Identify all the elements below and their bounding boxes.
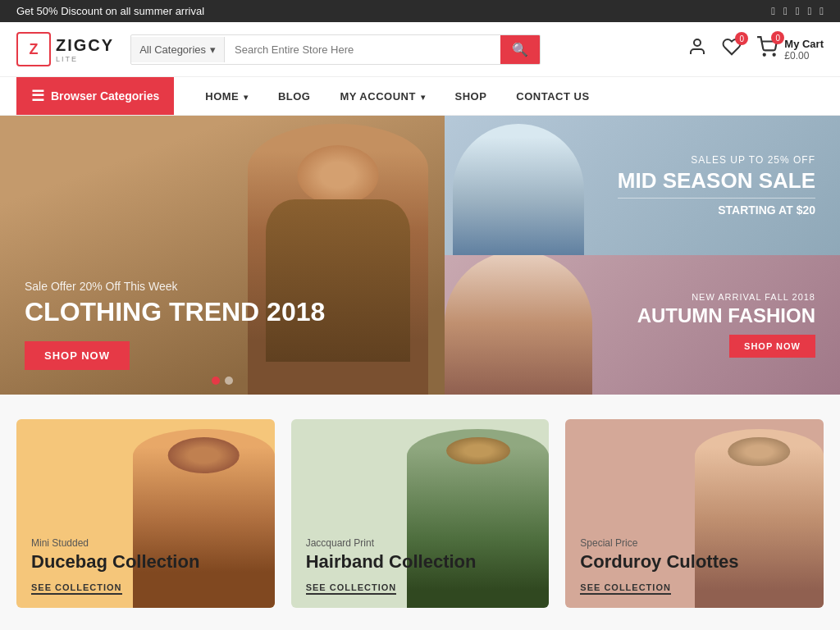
product-2-sub: Jaccquard Print [306, 537, 477, 549]
nav-item-shop[interactable]: SHOP [440, 79, 501, 114]
svg-point-1 [764, 54, 765, 56]
wishlist-icon-btn[interactable]: 0 [722, 37, 742, 62]
nav-link-blog[interactable]: BLOG [263, 79, 326, 114]
product-card-corduroy: Special Price Corduroy Culottes SEE COLL… [565, 419, 824, 608]
cart-button[interactable]: 0 My Cart £0.00 [756, 36, 824, 62]
instagram-icon[interactable]:  [819, 5, 824, 17]
product-card-hairband: Jaccquard Print Hairband Collection SEE … [291, 419, 550, 608]
hero-left-title: CLOTHING TREND 2018 [25, 298, 325, 326]
product-card-1-content: Mini Studded Ducebag Collection SEE COLL… [16, 523, 214, 608]
hero-right-bottom: NEW ARRIVAL FALL 2018 AUTUMN FASHION SHO… [445, 255, 840, 395]
hero-left-content: Sale Offer 20% Off This Week CLOTHING TR… [25, 280, 325, 370]
pinterest-icon[interactable]:  [808, 5, 812, 17]
svg-point-2 [774, 54, 775, 56]
products-grid: Mini Studded Ducebag Collection SEE COLL… [16, 419, 824, 608]
product-3-sub: Special Price [580, 537, 738, 549]
product-card-3-content: Special Price Corduroy Culottes SEE COLL… [565, 523, 753, 608]
cart-badge: 0 [771, 31, 784, 44]
product-1-cta[interactable]: SEE COLLECTION [31, 582, 122, 595]
hero-right-top-content: SALES UP TO 25% OFF MID SEASON SALE STAR… [618, 154, 815, 217]
nav-link-account[interactable]: MY ACCOUNT ▾ [325, 79, 440, 114]
logo-icon: Z [16, 32, 51, 66]
youtube-icon[interactable]:  [796, 5, 800, 17]
header: Z ZIGCY LITE All Categories ▾ 🔍 0 [0, 22, 840, 77]
product-2-title: Hairband Collection [306, 552, 477, 572]
hero-right-top: SALES UP TO 25% OFF MID SEASON SALE STAR… [445, 116, 840, 255]
search-input[interactable] [225, 37, 500, 62]
announcement-text: Get 50% Discount on all summer arrival [16, 5, 204, 17]
social-icons:      [771, 5, 824, 17]
twitter-icon[interactable]:  [783, 5, 788, 17]
hero-left-cta[interactable]: SHOP NOW [25, 341, 130, 370]
product-3-title: Corduroy Culottes [580, 552, 738, 572]
facebook-icon[interactable]:  [771, 5, 775, 17]
logo[interactable]: Z ZIGCY LITE [16, 32, 114, 66]
nav-link-contact[interactable]: CONTACT US [501, 79, 604, 114]
nav-item-home[interactable]: HOME ▾ [190, 79, 263, 114]
product-1-title: Ducebag Collection [31, 552, 199, 572]
autumn-title: AUTUMN FASHION [637, 305, 815, 326]
account-dropdown-arrow: ▾ [421, 93, 426, 102]
product-2-cta[interactable]: SEE COLLECTION [306, 582, 397, 595]
nav-link-home[interactable]: HOME ▾ [190, 79, 263, 114]
nav-link-shop[interactable]: SHOP [440, 79, 501, 114]
products-section: Mini Studded Ducebag Collection SEE COLL… [0, 395, 840, 630]
nav-item-contact[interactable]: CONTACT US [501, 79, 604, 114]
svg-point-0 [694, 39, 701, 46]
nav-item-account[interactable]: MY ACCOUNT ▾ [325, 79, 440, 114]
search-button[interactable]: 🔍 [500, 35, 540, 64]
hero-right: SALES UP TO 25% OFF MID SEASON SALE STAR… [445, 116, 840, 395]
hero-sale-label: Sale Offer 20% Off This Week [25, 280, 325, 293]
account-icon-btn[interactable] [687, 37, 707, 62]
nav-item-blog[interactable]: BLOG [263, 79, 326, 114]
nav-menu: HOME ▾ BLOG MY ACCOUNT ▾ SHOP CONTACT US [190, 79, 604, 114]
mid-season-title: MID SEASON SALE [618, 169, 815, 193]
hero-left: Sale Offer 20% Off This Week CLOTHING TR… [0, 116, 445, 395]
autumn-arrival-label: NEW ARRIVAL FALL 2018 [637, 292, 815, 302]
starting-price: STARTING AT $20 [618, 203, 815, 217]
hamburger-icon: ☰ [31, 87, 44, 105]
product-card-2-content: Jaccquard Print Hairband Collection SEE … [291, 523, 491, 608]
home-dropdown-arrow: ▾ [244, 93, 249, 102]
product-3-cta[interactable]: SEE COLLECTION [580, 582, 671, 595]
chevron-down-icon: ▾ [210, 43, 216, 56]
mid-sale-sub: SALES UP TO 25% OFF [618, 154, 815, 166]
slider-dots [212, 377, 233, 385]
hero-section: Sale Offer 20% Off This Week CLOTHING TR… [0, 116, 840, 395]
nav-bar: ☰ Browser Categories HOME ▾ BLOG MY ACCO… [0, 77, 840, 116]
search-bar: All Categories ▾ 🔍 [130, 34, 541, 65]
header-actions: 0 0 My Cart £0.00 [687, 36, 824, 62]
slider-dot-2[interactable] [225, 377, 233, 385]
slider-dot-1[interactable] [212, 377, 220, 385]
autumn-cta[interactable]: SHOP NOW [729, 335, 815, 358]
wishlist-badge: 0 [735, 32, 748, 45]
browse-categories-btn[interactable]: ☰ Browser Categories [16, 77, 174, 115]
cart-icon: 0 [756, 36, 778, 62]
product-card-ducebag: Mini Studded Ducebag Collection SEE COLL… [16, 419, 275, 608]
category-dropdown[interactable]: All Categories ▾ [131, 37, 225, 62]
hero-right-bottom-content: NEW ARRIVAL FALL 2018 AUTUMN FASHION SHO… [637, 292, 815, 358]
product-1-sub: Mini Studded [31, 537, 199, 549]
logo-text: ZIGCY LITE [56, 36, 114, 63]
announcement-bar: Get 50% Discount on all summer arrival … [0, 0, 840, 22]
cart-info: My Cart £0.00 [784, 38, 824, 62]
